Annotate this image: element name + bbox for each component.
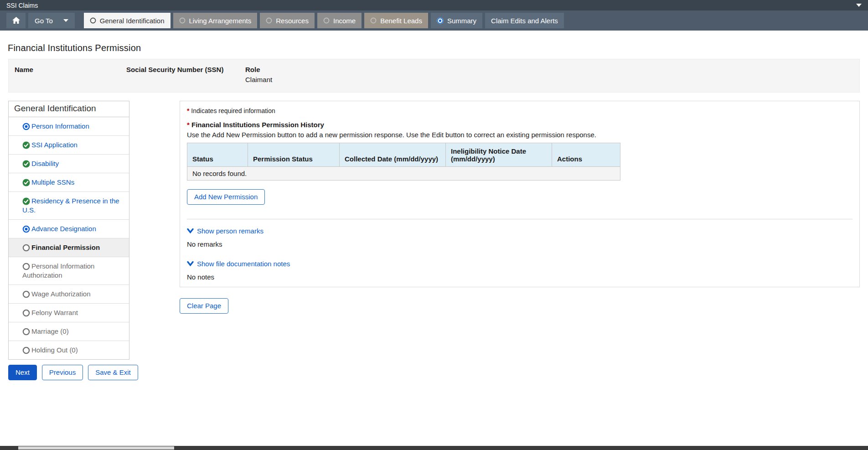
circle-icon <box>22 328 30 336</box>
radio-empty-icon <box>323 17 330 24</box>
goto-dropdown-button[interactable]: Go To <box>28 13 75 28</box>
chevron-down-icon <box>187 228 194 233</box>
radio-empty-icon <box>179 17 186 24</box>
sidebar-item-person-information[interactable]: Person Information <box>9 117 129 135</box>
sidebar-item-label: Multiple SSNs <box>31 178 74 186</box>
circle-icon <box>22 347 30 354</box>
required-asterisk: * <box>187 121 190 129</box>
clear-page-button[interactable]: Clear Page <box>180 298 228 314</box>
sidebar-item-label: Holding Out (0) <box>31 346 78 354</box>
column-header-collected-date-mm-dd-yyyy: Collected Date (mm/dd/yyyy) <box>340 143 446 167</box>
divider <box>187 219 852 219</box>
tab-label: Resources <box>276 17 309 25</box>
sidebar-item-label: Marriage (0) <box>31 327 69 335</box>
column-header-permission-status: Permission Status <box>248 143 340 167</box>
sidebar-item-multiple-ssns[interactable]: Multiple SSNs <box>9 173 129 191</box>
name-value <box>15 76 33 84</box>
nav-tab-strip: General IdentificationLiving Arrangement… <box>84 13 564 28</box>
previous-button[interactable]: Previous <box>42 365 83 380</box>
column-header-ineligibility-notice-date-mm-dd-yyyy: Ineligibility Notice Date (mm/dd/yyyy) <box>446 143 552 167</box>
tab-label: Claim Edits and Alerts <box>491 17 558 25</box>
show-file-notes-toggle[interactable]: Show file documentation notes <box>187 260 290 268</box>
radio-selected-icon <box>437 17 444 24</box>
file-notes-content: No notes <box>187 273 852 281</box>
next-button[interactable]: Next <box>8 365 37 380</box>
save-exit-button[interactable]: Save & Exit <box>88 365 138 380</box>
table-row: No records found. <box>187 167 620 181</box>
tab-income: Income <box>317 13 362 28</box>
wizard-buttons: Next Previous Save & Exit <box>8 365 138 380</box>
tab-summary[interactable]: Summary <box>431 13 482 28</box>
circle-icon <box>22 244 30 252</box>
sidebar-item-label: Wage Authorization <box>31 290 91 298</box>
sidebar-item-financial-permission[interactable]: Financial Permission <box>9 238 129 257</box>
tab-label: Summary <box>447 17 476 25</box>
tab-claim-edits-and-alerts[interactable]: Claim Edits and Alerts <box>485 13 564 28</box>
app-title: SSI Claims <box>6 2 38 9</box>
ssn-value <box>126 76 223 84</box>
tab-general-identification[interactable]: General Identification <box>84 13 170 28</box>
home-button[interactable] <box>6 13 26 28</box>
check-circle-icon <box>22 160 30 168</box>
check-circle-icon <box>22 141 30 149</box>
tab-label: General Identification <box>100 17 165 25</box>
instructions-text: Use the Add New Permission button to add… <box>187 131 852 139</box>
tab-label: Income <box>333 17 356 25</box>
page-title: Financial Institutions Permission <box>8 43 141 53</box>
radio-empty-icon <box>90 17 96 24</box>
sidebar-item-felony-warrant: Felony Warrant <box>9 303 129 322</box>
main-panel: * Indicates required information * Finan… <box>180 101 860 287</box>
main-navigation: Go To General IdentificationLiving Arran… <box>0 10 868 31</box>
sidebar-item-disability[interactable]: Disability <box>9 154 129 173</box>
sidebar-item-label: SSI Application <box>31 141 78 149</box>
tab-benefit-leads: Benefit Leads <box>364 13 428 28</box>
sidebar-item-holding-out-0: Holding Out (0) <box>9 341 129 359</box>
required-note: * Indicates required information <box>187 107 852 114</box>
sidebar-item-marriage-0: Marriage (0) <box>9 322 129 341</box>
column-header-actions: Actions <box>552 143 620 167</box>
sidebar-item-advance-designation[interactable]: Advance Designation <box>9 219 129 238</box>
check-circle-icon <box>22 197 30 205</box>
sidebar-item-wage-authorization: Wage Authorization <box>9 284 129 303</box>
check-circle-icon <box>22 179 30 186</box>
add-new-permission-button[interactable]: Add New Permission <box>187 189 265 205</box>
person-header: Name Social Security Number (SSN) Role C… <box>8 59 860 93</box>
sidebar-item-label: Residency & Presence in the U.S. <box>22 197 119 214</box>
ssn-label: Social Security Number (SSN) <box>126 66 223 73</box>
section-title: * Financial Institutions Permission Hist… <box>187 121 852 129</box>
tab-resources: Resources <box>260 13 315 28</box>
radio-empty-icon <box>266 17 272 24</box>
collapse-caret-icon[interactable] <box>856 4 862 7</box>
role-label: Role <box>245 66 272 73</box>
sidebar-item-ssi-application[interactable]: SSI Application <box>9 135 129 154</box>
sidebar-item-residency-presence-in-the-u-s[interactable]: Residency & Presence in the U.S. <box>9 191 129 219</box>
sidebar-item-label: Felony Warrant <box>31 309 78 316</box>
column-header-status: Status <box>187 143 248 167</box>
sidebar-item-label: Advance Designation <box>31 225 96 233</box>
chevron-down-icon <box>187 261 194 266</box>
sidebar-item-label: Financial Permission <box>31 243 100 251</box>
sidebar-item-label: Disability <box>31 160 59 167</box>
circle-icon <box>22 263 30 270</box>
tab-label: Benefit Leads <box>380 17 422 25</box>
role-value: Claimant <box>245 76 272 84</box>
sidebar-heading: General Identification <box>9 101 129 117</box>
chevron-down-icon <box>63 19 68 22</box>
permission-history-table: StatusPermission StatusCollected Date (m… <box>187 143 620 181</box>
section-sidebar: General Identification Person Informatio… <box>8 101 129 360</box>
show-person-remarks-toggle[interactable]: Show person remarks <box>187 227 264 235</box>
sidebar-item-label: Person Information <box>31 122 89 130</box>
scrollbar-thumb[interactable] <box>18 446 174 450</box>
circle-icon <box>22 290 30 298</box>
radio-selected-icon <box>22 225 30 233</box>
goto-label: Go To <box>35 17 53 25</box>
home-icon <box>12 17 20 24</box>
radio-empty-icon <box>370 17 377 24</box>
empty-row-message: No records found. <box>187 167 620 181</box>
name-label: Name <box>15 66 33 73</box>
sidebar-item-list: Person InformationSSI ApplicationDisabil… <box>9 117 129 359</box>
sidebar-item-personal-information-authorization: Personal Information Authorization <box>9 257 129 284</box>
horizontal-scrollbar <box>0 446 868 450</box>
radio-selected-icon <box>22 123 30 130</box>
tab-living-arrangements: Living Arrangements <box>173 13 258 28</box>
